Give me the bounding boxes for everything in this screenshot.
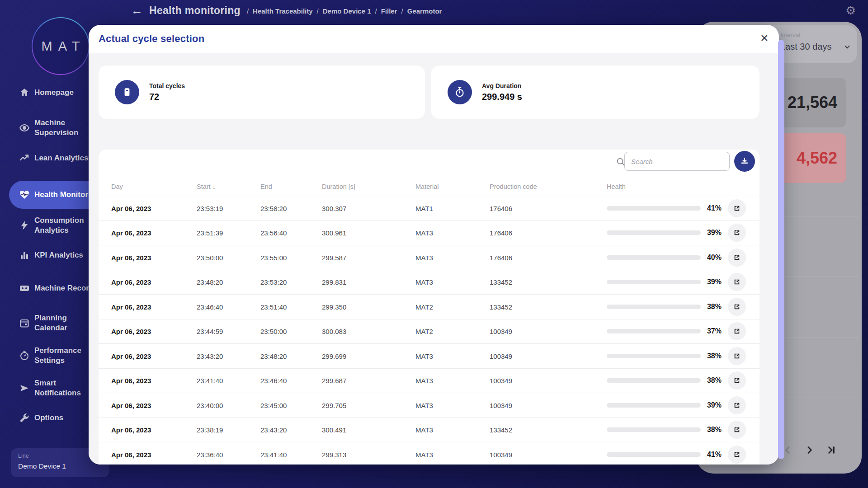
cell-production-code: 176406 [490,253,512,261]
open-in-new-button[interactable] [728,371,746,389]
table-row: Apr 06, 2023 23:43:20 23:48:20 299.699 M… [99,343,760,368]
modal-body: Total cycles 72 Avg Duration 299.949 s [89,53,779,465]
open-in-new-button[interactable] [728,273,746,291]
chevron-right-icon[interactable] [804,444,816,456]
breadcrumb-item[interactable]: Health Traceability [253,7,313,15]
table-row: Apr 06, 2023 23:53:19 23:58:20 300.307 M… [99,196,760,221]
download-button[interactable] [734,151,755,172]
open-in-new-button[interactable] [728,396,746,414]
sidebar-item-lean-analytics[interactable]: Lean Analytics [19,153,88,164]
open-in-new-button[interactable] [728,249,746,267]
cell-production-code: 100349 [490,328,512,335]
cell-material: MAT3 [415,229,433,237]
cell-material: MAT3 [415,401,433,409]
gear-icon[interactable]: ⚙ [845,4,856,18]
interval-label: Interval [780,32,857,38]
cell-end: 23:41:40 [260,450,287,458]
total-cycles-value: 72 [149,92,185,102]
table-row: Apr 06, 2023 23:38:19 23:43:20 300.491 M… [99,418,760,442]
interval-value: Last 30 days [780,42,831,52]
sidebar-item-options[interactable]: Options [19,413,63,423]
health-percent: 38% [682,352,722,360]
table-row: Apr 06, 2023 23:51:39 23:56:40 300.961 M… [99,221,760,245]
modal-scrollbar[interactable] [778,40,784,459]
health-percent: 38% [682,303,722,311]
cell-end: 23:51:40 [260,303,287,310]
close-icon[interactable]: × [759,29,770,47]
cell-end: 23:48:20 [260,352,287,360]
back-arrow-icon[interactable]: ← [131,5,143,16]
cell-production-code: 133452 [490,278,512,286]
sidebar-item-label: Homepage [34,88,74,98]
table-row: Apr 06, 2023 23:41:40 23:46:40 299.687 M… [99,368,760,393]
total-cycles-card: Total cycles 72 [99,66,425,119]
cell-duration: 300.083 [322,328,346,335]
cell-end: 23:46:40 [260,377,287,385]
col-header-start[interactable]: Start↓ [197,183,216,190]
wrench-icon [19,413,30,423]
breadcrumb-item[interactable]: Demo Device 1 [323,7,371,15]
open-in-new-button[interactable] [728,224,746,242]
total-cycles-label: Total cycles [149,82,185,89]
cycles-table-card: Day Start↓ End Duration [s] Material Pro… [99,150,760,465]
open-in-new-button[interactable] [728,446,746,464]
cell-duration: 299.587 [322,253,346,261]
sort-desc-icon: ↓ [212,183,216,190]
eye-icon [19,122,30,133]
cell-start: 23:46:40 [197,303,223,310]
cell-start: 23:48:20 [197,278,223,286]
col-header-health[interactable]: Health [607,183,626,190]
cell-production-code: 176406 [490,204,512,212]
cell-day: Apr 06, 2023 [111,450,151,458]
cell-end: 23:43:20 [260,426,287,434]
cell-start: 23:53:19 [197,204,223,212]
avg-duration-card: Avg Duration 299.949 s [431,66,760,119]
cell-duration: 299.313 [322,450,346,458]
modal-title: Actual cycle selection [99,33,204,45]
col-header-production-code[interactable]: Production code [490,183,537,190]
open-in-new-button[interactable] [728,322,746,340]
cell-material: MAT1 [415,204,433,212]
open-in-new-button[interactable] [728,199,746,217]
open-in-new-button[interactable] [728,421,746,439]
chevron-down-icon [843,43,851,51]
cell-material: MAT2 [415,303,433,310]
avg-duration-label: Avg Duration [482,82,522,89]
sidebar-item-label: Options [34,413,63,423]
cell-day: Apr 06, 2023 [111,352,151,360]
cell-production-code: 100349 [490,450,512,458]
table-row: Apr 06, 2023 23:48:20 23:53:20 299.831 M… [99,270,760,295]
sidebar-item-homepage[interactable]: Homepage [19,87,74,98]
cell-material: MAT2 [415,328,433,335]
col-header-duration[interactable]: Duration [s] [322,183,355,190]
health-percent: 41% [682,450,722,459]
sidebar-item-label: Lean Analytics [34,153,88,163]
cell-production-code: 176406 [490,229,512,237]
cell-day: Apr 06, 2023 [111,278,151,286]
cell-duration: 299.687 [322,377,346,385]
table-row: Apr 06, 2023 23:46:40 23:51:40 299.350 M… [99,294,760,319]
cell-end: 23:56:40 [260,229,287,237]
avg-duration-value: 299.949 s [482,92,522,102]
cell-production-code: 133452 [490,426,512,434]
open-in-new-button[interactable] [728,298,746,316]
col-header-material[interactable]: Material [415,183,439,190]
cell-material: MAT3 [415,426,433,434]
pagination [782,444,837,456]
cell-day: Apr 06, 2023 [111,204,151,212]
sidebar-item-kpi-analytics[interactable]: KPI Analytics [19,250,83,261]
page-title: Health monitoring [149,5,241,17]
cell-start: 23:36:40 [197,450,223,458]
search-input[interactable] [624,152,730,171]
cell-production-code: 100349 [490,352,512,360]
last-page-icon[interactable] [826,444,837,456]
health-percent: 39% [682,278,722,286]
breadcrumb-item[interactable]: Gearmotor [407,7,442,15]
cell-material: MAT3 [415,253,433,261]
col-header-day[interactable]: Day [111,183,123,190]
open-in-new-button[interactable] [728,347,746,365]
col-header-end[interactable]: End [260,183,272,190]
breadcrumb-item[interactable]: Filler [381,7,397,15]
cassette-icon [19,283,30,294]
health-percent: 38% [682,426,722,434]
